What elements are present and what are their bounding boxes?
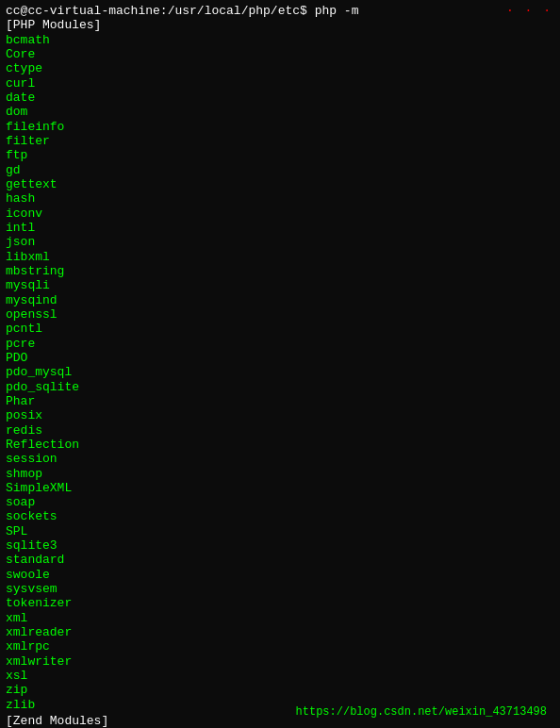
module-mbstring: mbstring: [6, 264, 554, 278]
module-intl: intl: [6, 221, 554, 235]
module-gd: gd: [6, 163, 554, 177]
module-spl: SPL: [6, 524, 554, 538]
module-pdo: PDO: [6, 351, 554, 365]
module-ftp: ftp: [6, 148, 554, 162]
terminal-window: cc@cc-virtual-machine:/usr/local/php/etc…: [0, 0, 560, 728]
command-line: cc@cc-virtual-machine:/usr/local/php/etc…: [6, 4, 358, 18]
module-standard: standard: [6, 553, 554, 567]
module-pcre: pcre: [6, 337, 554, 351]
module-redis: redis: [6, 423, 554, 438]
module-xmlwriter: xmlwriter: [6, 654, 554, 669]
module-openssl: openssl: [6, 307, 554, 322]
module-simplexml: SimpleXML: [6, 481, 554, 495]
module-json: json: [6, 235, 554, 249]
zend-modules-footer: [Zend Modules]: [6, 714, 108, 728]
module-swoole: swoole: [6, 568, 554, 582]
module-xmlrpc: xmlrpc: [6, 639, 554, 654]
module-sockets: sockets: [6, 509, 554, 523]
module-ctype: ctype: [6, 61, 554, 75]
module-dom: dom: [6, 105, 554, 119]
module-pdo-mysql: pdo_mysql: [6, 365, 554, 379]
module-zip: zip: [6, 683, 554, 697]
module-gettext: gettext: [6, 177, 554, 191]
bottom-bar: [Zend Modules] https://blog.csdn.net/wei…: [6, 714, 554, 728]
module-core: Core: [6, 47, 554, 61]
module-shmop: shmop: [6, 467, 554, 481]
command-bar: cc@cc-virtual-machine:/usr/local/php/etc…: [6, 4, 554, 18]
module-sqlite3: sqlite3: [6, 538, 554, 553]
module-mysqli: mysqli: [6, 278, 554, 292]
module-iconv: iconv: [6, 207, 554, 221]
red-dots: · · ·: [506, 4, 552, 18]
module-session: session: [6, 452, 554, 466]
module-pcntl: pcntl: [6, 322, 554, 336]
module-tokenizer: tokenizer: [6, 596, 554, 610]
module-soap: soap: [6, 495, 554, 509]
module-xml: xml: [6, 611, 554, 625]
module-date: date: [6, 91, 554, 105]
module-bcmath: bcmath: [6, 33, 554, 47]
watermark-url: https://blog.csdn.net/weixin_43713498: [296, 705, 547, 719]
module-mysqlnd: mysqind: [6, 293, 554, 307]
module-xsl: xsl: [6, 669, 554, 683]
module-curl: curl: [6, 76, 554, 91]
module-filter: filter: [6, 134, 554, 148]
php-modules-header: [PHP Modules]: [6, 18, 554, 32]
module-fileinfo: fileinfo: [6, 120, 554, 134]
module-libxml: libxml: [6, 250, 554, 264]
module-reflection: Reflection: [6, 438, 554, 452]
module-sysvsem: sysvsem: [6, 582, 554, 596]
module-pdo-sqlite: pdo_sqlite: [6, 380, 554, 394]
module-xmlreader: xmlreader: [6, 625, 554, 639]
module-hash: hash: [6, 191, 554, 206]
module-phar: Phar: [6, 394, 554, 408]
module-posix: posix: [6, 408, 554, 422]
